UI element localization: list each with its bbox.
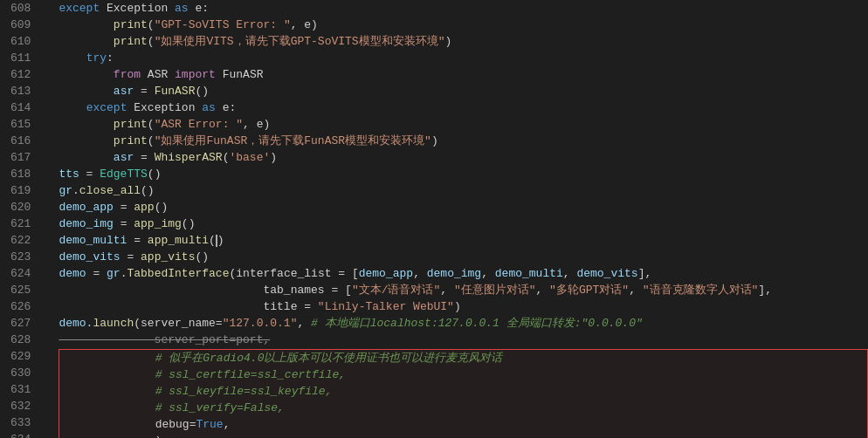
code-text: ) — [59, 433, 162, 438]
code-text — [59, 133, 113, 149]
line-number: 617 — [10, 149, 45, 166]
code-text — [59, 83, 113, 99]
code-text: = — [134, 149, 154, 166]
code-line: # ssl_certfile=ssl_certfile, — [59, 366, 867, 383]
line-number: 619 — [10, 182, 45, 199]
line-number: 631 — [10, 381, 45, 398]
code-lines: except Exception as e: print("GPT-SoVITS… — [52, 0, 868, 438]
code-token: demo_multi — [59, 232, 127, 249]
line-numbers: 6086096106116126136146156166176186196206… — [0, 0, 52, 438]
code-line: # 似乎在Gradio4.0以上版本可以不使用证书也可以进行麦克风对话 — [59, 350, 867, 366]
code-text: tab_names = [ — [59, 282, 351, 298]
code-text: , e) — [291, 17, 318, 33]
code-text: , — [224, 416, 231, 433]
code-token: "127.0.0.1" — [223, 315, 298, 332]
code-text: , — [563, 265, 577, 282]
code-line: gr.close_all() — [59, 182, 868, 199]
code-line: try: — [59, 50, 868, 66]
code-text: ( — [223, 149, 230, 166]
code-text: server_port=port, — [59, 332, 270, 348]
code-token: asr — [114, 83, 134, 99]
highlight-block: # 似乎在Gradio4.0以上版本可以不使用证书也可以进行麦克风对话 # ss… — [59, 349, 868, 438]
code-text — [59, 350, 155, 366]
code-text: . — [72, 182, 79, 199]
code-token: demo — [59, 265, 86, 282]
code-token: "ASR Error: " — [155, 116, 243, 133]
code-text — [59, 66, 113, 83]
code-token: import — [175, 66, 216, 83]
code-token: app_vits — [141, 249, 195, 265]
code-token: app — [134, 199, 154, 216]
code-token: print — [114, 133, 148, 149]
code-text — [59, 416, 155, 433]
code-token: "文本/语音对话" — [352, 282, 440, 298]
code-text: ) — [270, 149, 277, 166]
code-text: ) — [444, 33, 451, 50]
code-line: tts = EdgeTTS() — [59, 166, 868, 182]
line-number: 628 — [10, 332, 45, 348]
code-token: tts — [59, 166, 79, 182]
code-content: 6086096106116126136146156166176186196206… — [0, 0, 868, 438]
code-text: , — [481, 265, 495, 282]
code-text: () — [195, 83, 209, 99]
code-text: Exception — [100, 0, 175, 17]
line-number: 627 — [10, 315, 45, 332]
code-token: print — [114, 33, 148, 50]
code-line: # ssl_verify=False, — [59, 400, 867, 416]
code-line: except Exception as e: — [59, 0, 868, 17]
code-line: demo = gr.TabbedInterface(interface_list… — [59, 265, 868, 282]
code-text — [59, 400, 155, 416]
code-token: gr — [107, 265, 121, 282]
code-token: demo_multi — [495, 265, 563, 282]
code-text: FunASR — [216, 66, 264, 83]
code-token: demo. — [59, 315, 93, 332]
code-line: print("ASR Error: ", e) — [59, 116, 868, 133]
code-text — [59, 33, 113, 50]
line-number: 621 — [10, 216, 45, 232]
line-number: 634 — [10, 431, 45, 438]
line-number: 612 — [10, 66, 45, 83]
code-text: = — [114, 199, 134, 216]
line-number: 626 — [10, 298, 45, 315]
code-text: = — [79, 166, 100, 182]
line-number: 632 — [10, 398, 45, 414]
code-text: = — [134, 83, 154, 99]
code-text: e: — [216, 99, 236, 116]
code-token: asr — [114, 149, 134, 166]
code-text: () — [195, 249, 209, 265]
code-text: , — [629, 282, 643, 298]
code-text: (server_name= — [134, 315, 222, 332]
code-token: True — [196, 416, 223, 433]
code-line: debug=True, — [59, 416, 867, 433]
line-number: 629 — [10, 348, 45, 365]
code-text: = — [86, 265, 107, 282]
code-token: "语音克隆数字人对话" — [643, 282, 759, 298]
line-number: 609 — [10, 17, 45, 33]
code-line: asr = FunASR() — [59, 83, 868, 99]
code-token: FunASR — [155, 83, 196, 99]
line-number: 618 — [10, 166, 45, 182]
code-line: # ssl_keyfile=ssl_keyfile, — [59, 383, 867, 400]
line-number: 610 — [10, 33, 45, 50]
code-text — [59, 99, 86, 116]
code-token: "任意图片对话" — [454, 282, 536, 298]
code-line: print("如果使用VITS，请先下载GPT-SoVITS模型和安装环境") — [59, 33, 868, 50]
code-line: title = "Linly-Talker WebUI") — [59, 298, 868, 315]
code-line: from ASR import FunASR — [59, 66, 868, 83]
code-token: except — [86, 99, 127, 116]
code-text: e: — [189, 0, 209, 17]
line-number: 611 — [10, 50, 45, 66]
code-token: demo_img — [427, 265, 481, 282]
code-token: print — [114, 17, 148, 33]
code-text: debug= — [155, 416, 196, 433]
code-line: tab_names = ["文本/语音对话", "任意图片对话", "多轮GPT… — [59, 282, 868, 298]
code-text: (interface_list = [ — [229, 265, 358, 282]
code-text: , e) — [243, 116, 270, 133]
code-token: "多轮GPT对话" — [549, 282, 629, 298]
code-text: ( — [148, 116, 155, 133]
code-text: () — [155, 199, 169, 216]
code-token: # 本地端口localhost:127.0.0.1 全局端口转发:"0.0.0.… — [311, 315, 643, 332]
code-token: "如果使用FunASR，请先下载FunASR模型和安装环境" — [155, 133, 431, 149]
code-token: demo_app — [59, 199, 113, 216]
code-text: , — [297, 315, 311, 332]
